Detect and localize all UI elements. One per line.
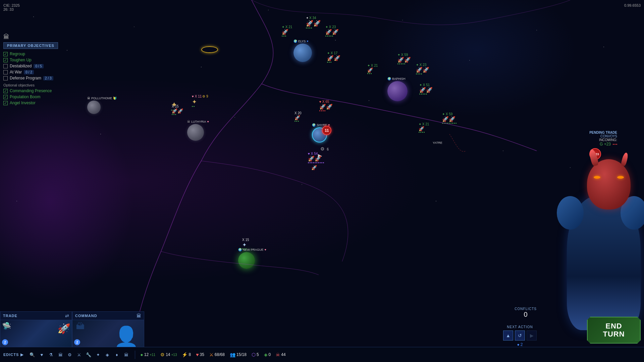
objectives-icon: 🏛 (3, 34, 91, 41)
next-action-label: NEXT ACTION (507, 325, 533, 329)
casualties-value: 44 (281, 352, 285, 357)
checkbox-at-war (3, 70, 8, 74)
bottom-bar: EDICTS ▶ 🔍 ♥ ⚗ 🏛 ⚙ ⚔ 🔧 ✦ ◈ ♦ 🏛 ● 12 +11 … (0, 347, 644, 362)
food-icon: ◈ (264, 352, 268, 357)
food-value: 0 (269, 352, 271, 357)
edict-icons-row: 🔍 ♥ ⚗ 🏛 ⚙ ⚔ 🔧 ✦ ◈ ♦ 🏛 (29, 351, 130, 358)
objective-destabilized: Destabilized 0 / 5 (3, 64, 91, 68)
objective-regroup: ✓ Regroup (3, 52, 91, 56)
cie-display: CIE: 2325 (3, 3, 20, 7)
wormhole[interactable] (201, 46, 218, 53)
resource-credits: ● 12 +11 (140, 352, 155, 357)
production-bonus: +13 (171, 353, 177, 357)
pending-trade-panel: PENDING TRADE CONVOYS INCOMING: G +23 G+… (589, 131, 617, 162)
map-area[interactable]: 🏛 POLLUTHOME 🔰 🌍 ELYS ♥ 🌍 BAPHISH 🏛 LUTH… (0, 0, 644, 362)
edict-icon-pillar[interactable]: 🏛 (122, 351, 130, 358)
card-command-header: COMMAND 🏛 (72, 312, 144, 320)
at-war-counter: 0 / 2 (24, 70, 34, 74)
fleet-x17[interactable]: ✦ X 17 🚀🚀 (327, 51, 340, 63)
system-polluthome[interactable]: 🏛 POLLUTHOME 🔰 (87, 97, 117, 114)
card-trade-image[interactable]: 🚀 🛸 2 (0, 320, 72, 347)
card-trade[interactable]: TRADE ⇄ 🚀 🛸 2 (0, 311, 72, 347)
fleet-x23-baphish[interactable]: ✦ X 23 🚀🚀 (416, 63, 429, 74)
fleet-x54[interactable]: ♥ X 54 🚀🚀 (308, 152, 324, 163)
fleet-x59-top[interactable]: ✦ X 59 🚀🚀 (397, 53, 411, 64)
card-command-icon: 🏛 (137, 313, 141, 318)
top-right-coords: 0.99.6553 (624, 3, 641, 7)
card-command[interactable]: COMMAND 🏛 👤 🏔 2 (72, 311, 144, 347)
objective-toughen-label: Toughen Up (10, 58, 32, 62)
credits-value: 12 (144, 352, 149, 357)
edict-icon-shield[interactable]: ♦ (113, 351, 120, 358)
objective-toughen-up: ✓ Toughen Up (3, 58, 91, 62)
time-display: 26: 33 (3, 7, 20, 11)
next-action-count-display: ● 2 (517, 342, 523, 347)
fleet-x15-luthyria[interactable]: X 15 🚀🚀 (172, 105, 183, 115)
checkbox-population: ✓ (3, 95, 8, 99)
system-elys[interactable]: 🌍 ELYS ♥ (293, 40, 312, 62)
fleet-x65-combat[interactable]: ♥ X 65 🚀🚀 (319, 100, 333, 111)
objective-destabilized-label: Destabilized (10, 64, 32, 68)
fleet-x51[interactable]: ✦ X 51 🚀🚀 (419, 83, 433, 95)
fleet-x11-station[interactable]: ♥ X 11 ⚙ 9 ✦ (192, 95, 208, 107)
edict-icon-sword[interactable]: ⚔ (75, 351, 83, 358)
fleet-x15-new-prague[interactable]: X 15 ✦ (242, 238, 249, 249)
system-new-prague[interactable]: 🌍 NEW PRAGUE ♥ (238, 248, 266, 269)
defense-counter: 2 / 3 (43, 76, 53, 80)
fleet-x20-shyre[interactable]: X 20 🚀 (294, 111, 302, 122)
edict-icon-wrench[interactable]: 🔧 (85, 351, 92, 358)
end-turn-button[interactable]: END TURN (587, 317, 641, 344)
nav-forward-button[interactable]: ▶ (527, 330, 537, 341)
coords-display: 0.99.6553 (624, 3, 641, 7)
planet-elys (293, 44, 312, 62)
casualties-icon: ☠ (276, 352, 280, 357)
nav-arrow-button[interactable]: ▲ (503, 330, 513, 341)
trade-incoming-circle: G+23 (589, 148, 601, 160)
edict-icon-temple[interactable]: 🏛 (57, 351, 64, 358)
planet-luthyria (187, 124, 204, 141)
fleet-x21-elys-left[interactable]: ✦ X 21 🚀 (282, 25, 292, 37)
fleet-x59-right[interactable]: ✦ X 59 🚀🚀 (442, 112, 457, 124)
energy-icon: ⚡ (182, 352, 187, 357)
card-command-image[interactable]: 👤 🏔 2 (72, 320, 144, 347)
system-baphish[interactable]: 🌍 BAPHISH (387, 77, 408, 101)
resource-energy: ⚡ 8 (182, 352, 191, 357)
edict-icon-gear[interactable]: ⚙ (66, 351, 73, 358)
energy-value: 8 (189, 352, 191, 357)
checkbox-defense (3, 76, 8, 80)
edict-icon-flask[interactable]: ⚗ (47, 351, 55, 358)
edict-icon-search[interactable]: 🔍 (29, 351, 36, 358)
resource-production: ⚙ 14 +13 (160, 352, 177, 357)
science-value: 5 (257, 352, 259, 357)
fleet-x21-right[interactable]: ✦ X 21 🚀 (419, 122, 429, 133)
edicts-section: EDICTS ▶ (3, 352, 23, 357)
gear-shyre[interactable]: ⚙ 6 (320, 146, 329, 152)
pending-trade-title: PENDING TRADE (589, 131, 617, 134)
edict-icon-star[interactable]: ✦ (94, 351, 102, 358)
edict-icon-heart[interactable]: ♥ (38, 351, 45, 358)
influence-value: 35 (200, 352, 204, 357)
system-yatre[interactable]: YATRE (433, 139, 442, 145)
objective-commanding-presence: ✓ Commanding Presence (3, 88, 91, 93)
resource-manpower: ⚔ 68/68 (209, 352, 225, 357)
resource-science: ⬡ 5 (252, 352, 259, 357)
system-luthyria[interactable]: 🏛 LUTHYRIA ♥ (187, 120, 209, 141)
command-count-badge: 2 (74, 339, 80, 345)
card-trade-icon: ⇄ (65, 313, 69, 318)
objective-at-war: At War 0 / 2 (3, 70, 91, 74)
nav-refresh-button[interactable]: ↺ (515, 330, 525, 341)
next-action-panel: NEXT ACTION ▲ ↺ ▶ ● 2 (503, 325, 537, 347)
combat-marker-shyre: 11 (322, 126, 331, 135)
edicts-label: EDICTS (3, 353, 19, 357)
fleet-small-bottom[interactable]: 🚀 (311, 165, 317, 170)
fleet-x23-elys-right[interactable]: ✦ X 23 🚀🚀 (325, 25, 339, 37)
card-trade-title: TRADE (3, 314, 17, 318)
fleet-x21-baphish[interactable]: ✦ X 21 🚀 (367, 64, 378, 74)
credits-icon: ● (140, 352, 143, 357)
bottom-divider-1 (135, 351, 135, 359)
fleet-x34[interactable]: ✦X 34 🚀🚀 (306, 16, 321, 28)
edict-icon-diamond[interactable]: ◈ (104, 351, 111, 358)
edicts-arrow[interactable]: ▶ (20, 352, 23, 357)
checkbox-commanding: ✓ (3, 89, 8, 93)
system-shyre[interactable]: 🌍 SHYRE ♥ 11 (312, 123, 330, 142)
